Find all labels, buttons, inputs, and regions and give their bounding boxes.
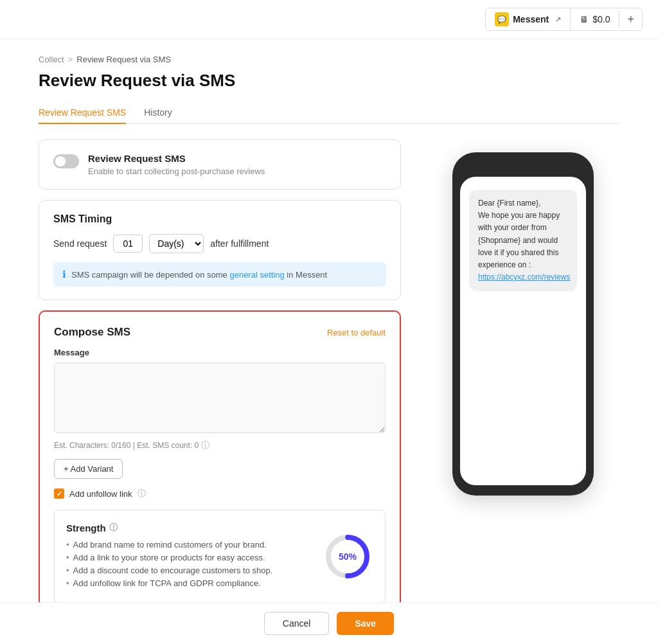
char-info-icon: ⓘ [201, 440, 209, 451]
top-bar: 💬 Messent ↗ 🖥 $0.0 + [0, 0, 658, 39]
info-text: SMS campaign will be depended on some ge… [71, 270, 327, 280]
sms-preview-bubble: Dear {First name}, We hope you are happy… [469, 190, 577, 291]
bottom-bar: Cancel Save [0, 602, 658, 644]
save-button[interactable]: Save [337, 612, 394, 635]
reset-to-default-link[interactable]: Reset to default [327, 328, 386, 337]
send-request-label: Send request [53, 238, 107, 249]
toggle-card: Review Request SMS Enable to start colle… [39, 139, 401, 190]
sms-timing-card: SMS Timing Send request Day(s) Hour(s) a… [39, 200, 401, 300]
compose-header: Compose SMS Reset to default [54, 326, 386, 339]
cancel-button[interactable]: Cancel [264, 612, 330, 635]
strength-item-4: Add unfollow link for TCPA and GDPR comp… [66, 578, 312, 588]
left-column: Review Request SMS Enable to start colle… [39, 139, 401, 644]
messent-budget-section: 🖥 $0.0 [571, 10, 619, 28]
page-title: Review Request via SMS [39, 71, 619, 91]
strength-list: Add brand name to remind customers of yo… [66, 540, 312, 588]
timing-info-box: ℹ SMS campaign will be depended on some … [53, 262, 386, 287]
sms-preview-link: https://abcyxz.com/reviews [478, 273, 570, 282]
unfollow-row: Add unfollow link ⓘ [54, 488, 386, 499]
toggle-title: Review Request SMS [88, 153, 265, 164]
strength-card: Strength ⓘ Add brand name to remind cust… [54, 510, 386, 604]
info-icon: ℹ [62, 269, 66, 280]
wallet-icon: 🖥 [580, 14, 589, 24]
unfollow-help-icon[interactable]: ⓘ [138, 488, 146, 499]
toggle-info: Review Request SMS Enable to start colle… [88, 153, 265, 176]
right-column: Dear {First name}, We hope you are happy… [427, 139, 619, 496]
messent-budget-value: $0.0 [592, 14, 610, 24]
add-variant-button[interactable]: + Add Variant [54, 459, 123, 479]
external-link-icon[interactable]: ↗ [555, 15, 561, 24]
tab-review-request-sms[interactable]: Review Request SMS [39, 102, 126, 124]
compose-title: Compose SMS [54, 326, 130, 339]
sms-timing-title: SMS Timing [53, 213, 386, 225]
breadcrumb: Collect > Review Request via SMS [39, 55, 619, 64]
breadcrumb-collect[interactable]: Collect [39, 55, 64, 64]
after-fulfillment-label: after fulfillment [210, 238, 269, 249]
toggle-row: Review Request SMS Enable to start colle… [53, 153, 386, 176]
two-col-layout: Review Request SMS Enable to start colle… [39, 139, 619, 644]
main-content: Collect > Review Request via SMS Review … [0, 39, 658, 644]
strength-percent: 50% [339, 551, 357, 562]
sms-line2: We hope you are happy with your order fr… [478, 211, 560, 269]
compose-sms-card: Compose SMS Reset to default Message Est… [39, 310, 401, 644]
timing-value-input[interactable] [113, 235, 143, 253]
breadcrumb-separator: > [68, 55, 73, 64]
phone-notch [504, 163, 542, 172]
unfollow-checkbox[interactable] [54, 488, 64, 499]
messent-add-button[interactable]: + [619, 9, 642, 30]
sms-line1: Dear {First name}, [478, 199, 540, 208]
toggle-description: Enable to start collecting post-purchase… [88, 166, 265, 176]
timing-unit-select[interactable]: Day(s) Hour(s) [149, 234, 204, 253]
review-request-toggle[interactable] [53, 154, 79, 168]
strength-item-2: Add a link to your store or products for… [66, 553, 312, 562]
strength-help-icon[interactable]: ⓘ [109, 522, 118, 533]
tabs-container: Review Request SMS History [39, 102, 619, 124]
strength-item-3: Add a discount code to encourage custome… [66, 566, 312, 575]
breadcrumb-current: Review Request via SMS [76, 55, 171, 64]
char-count: Est. Characters: 0/160 | Est. SMS count:… [54, 440, 386, 451]
messent-brand-label: Messent [513, 14, 549, 24]
strength-info: Strength ⓘ Add brand name to remind cust… [66, 522, 312, 591]
phone-screen: Dear {First name}, We hope you are happy… [460, 177, 586, 485]
tab-history[interactable]: History [144, 102, 172, 124]
messent-widget[interactable]: 💬 Messent ↗ 🖥 $0.0 + [485, 8, 643, 31]
general-setting-link[interactable]: general setting [229, 270, 284, 280]
strength-donut-chart: 50% [322, 531, 373, 582]
messent-brand-section[interactable]: 💬 Messent ↗ [486, 8, 571, 30]
phone-mockup: Dear {First name}, We hope you are happy… [452, 152, 594, 496]
message-label: Message [54, 348, 386, 357]
unfollow-label: Add unfollow link [69, 489, 132, 499]
message-textarea[interactable] [54, 362, 386, 433]
strength-item-1: Add brand name to remind customers of yo… [66, 540, 312, 550]
messent-icon: 💬 [495, 12, 509, 26]
timing-row: Send request Day(s) Hour(s) after fulfil… [53, 234, 386, 253]
strength-title: Strength ⓘ [66, 522, 312, 533]
